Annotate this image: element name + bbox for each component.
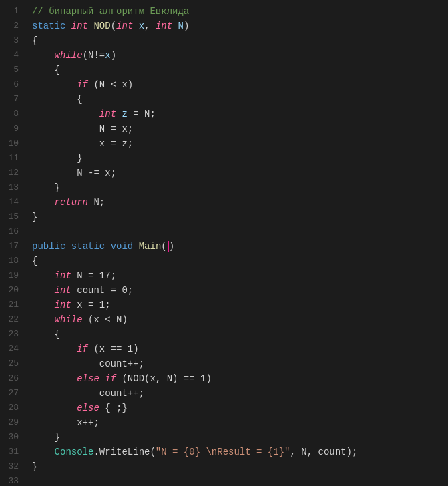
line-number: 4 [0,48,25,63]
code-line: else if (NOD(x, N) == 1) [32,371,448,386]
token-fn-name: Main [139,241,162,252]
token-punct: (N!= [83,50,105,61]
token-operator: -= [88,168,99,178]
token-keyword: return [55,197,88,208]
token-plain: N [32,168,88,178]
token-plain [32,447,55,457]
code-line: } [32,459,448,474]
token-plain [65,241,71,252]
token-plain [32,300,55,310]
code-line: } [32,430,448,445]
token-plain [32,182,55,193]
code-line: { [32,33,448,48]
token-plain: count++; [32,388,144,399]
code-line: } [32,210,448,224]
token-plain: , N, count); [290,447,357,457]
token-keyword: else [77,373,99,384]
code-line: } [32,180,448,195]
token-punct: { [32,35,37,46]
token-plain [32,329,55,340]
line-number: 28 [0,401,25,415]
code-line: int N = 17; [32,268,448,283]
token-plain [32,50,55,61]
code-line: static int NOD(int x, int N) [32,19,448,33]
token-punct: { [77,94,82,105]
token-var: x [105,50,110,61]
code-line: { [32,254,448,268]
token-plain: (N < x) [88,79,133,90]
token-static-kw: static [71,241,105,252]
code-line: public static void Main() [32,239,448,254]
line-number: 33 [0,474,25,486]
line-numbers: 1234567891011121314151617181920212223242… [0,0,25,486]
line-number: 23 [0,327,25,342]
token-keyword: if [77,79,88,90]
code-line: N = x; [32,121,448,136]
token-punct: ) [169,241,174,252]
token-string: "N = {0} \nResult = {1}" [156,447,290,457]
line-number: 8 [0,107,25,121]
line-number: 15 [0,210,25,224]
code-editor: 1234567891011121314151617181920212223242… [0,0,448,486]
token-var: N [178,21,184,31]
token-punct: ( [161,241,166,252]
token-plain [32,344,77,354]
token-plain: x; [99,168,116,178]
token-punct: } [32,461,37,472]
code-line: count++; [32,386,448,401]
token-plain [133,241,138,252]
token-punct: { [55,329,60,340]
code-line: // бинарный алгоритм Евклида [32,4,448,19]
code-area[interactable]: // бинарный алгоритм Евклидаstatic int N… [25,0,448,486]
code-line: x = z; [32,136,448,151]
line-number: 9 [0,121,25,136]
token-fn-name: NOD [93,21,110,31]
token-punct: } [55,432,60,443]
token-plain: (NOD(x, N) == 1) [116,373,212,384]
token-plain [99,373,105,384]
token-plain [32,314,55,325]
code-line: int z = N; [32,107,448,121]
line-number: 19 [0,268,25,283]
token-plain [32,153,77,164]
line-number: 22 [0,312,25,327]
token-plain: count = 0; [71,285,133,296]
token-plain: N = x; [32,124,133,134]
code-line: N -= x; [32,166,448,180]
line-number: 12 [0,166,25,180]
code-line: return N; [32,195,448,210]
token-var: z [122,109,127,119]
line-number: 30 [0,430,25,445]
line-number: 25 [0,356,25,371]
line-number: 18 [0,254,25,268]
token-punct: } [77,153,82,164]
token-plain [105,241,110,252]
token-type: int [55,270,71,281]
token-plain: = N; [128,109,156,119]
token-keyword: if [105,373,116,384]
code-line: int count = 0; [32,283,448,298]
code-line: x++; [32,415,448,430]
code-line: { [32,92,448,107]
token-plain: count++; [32,358,144,369]
token-punct: { [32,256,37,266]
code-line: { [32,63,448,77]
line-number: 7 [0,92,25,107]
token-punct: , [144,21,156,31]
token-void-kw: void [111,241,134,252]
token-plain [32,65,55,75]
token-plain: (x < N) [83,314,128,325]
token-plain [133,21,138,31]
line-number: 29 [0,415,25,430]
token-plain [65,21,71,31]
token-builtin: Console [55,447,94,457]
token-plain: x = 1; [71,300,111,310]
code-line [32,224,448,239]
token-plain [32,373,77,384]
token-plain: { ;} [99,403,128,413]
token-keyword: if [77,344,88,354]
code-line: while(N!=x) [32,48,448,63]
token-plain [32,403,77,413]
token-plain: (x == 1) [88,344,139,354]
token-plain [32,94,77,105]
